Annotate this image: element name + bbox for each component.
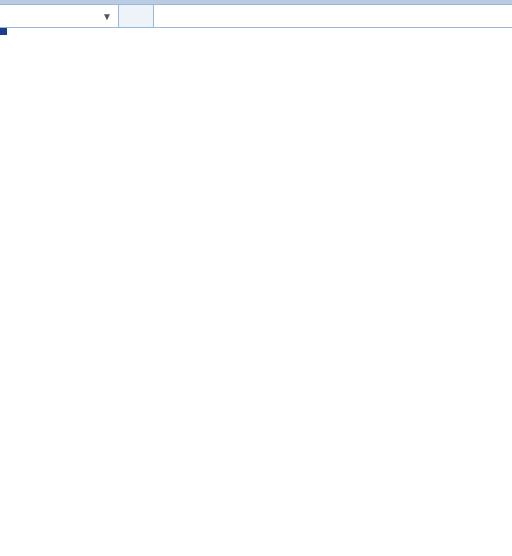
spreadsheet-app: ▼	[0, 0, 512, 556]
chevron-down-icon[interactable]: ▼	[98, 11, 112, 22]
formula-input[interactable]	[154, 5, 512, 27]
name-box[interactable]: ▼	[0, 5, 119, 27]
fx-button[interactable]	[119, 5, 154, 27]
formula-bar: ▼	[0, 5, 512, 28]
fill-handle[interactable]	[0, 28, 7, 35]
selection-box	[0, 28, 6, 34]
